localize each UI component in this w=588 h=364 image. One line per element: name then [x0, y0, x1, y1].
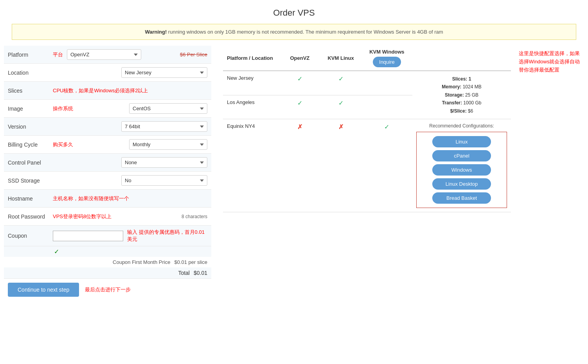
left-form: Platform 平台 OpenVZ KVM Linux KVM Windows… — [4, 46, 211, 301]
ssd-row: SSD Storage No Yes — [4, 172, 211, 190]
price-per-slice: $6 Per Slice — [180, 52, 207, 57]
aside-note: 这里是快捷配置选择，如果选择Windows就会选择自动替你选择最低配置 — [519, 50, 580, 74]
table-row: New Jersey ✓ ✓ Slices: 1 Memory: 1024 MB… — [223, 71, 511, 95]
openvz-nj: ✓ — [279, 71, 320, 95]
coupon-cn: 输入 提供的专属优惠码，首月0.01美元 — [127, 229, 207, 243]
slices-row: Slices CPU核数，如果是Windows必须选择2以上 — [4, 82, 211, 100]
location-equinix: Equinix NY4 — [223, 119, 279, 212]
col-kvm-windows: KVM Windows Inquire — [361, 46, 412, 71]
image-select[interactable]: CentOS Ubuntu Debian Windows — [129, 103, 207, 114]
specs-header — [412, 46, 511, 71]
coupon-checkmark: ✓ — [54, 248, 59, 255]
platform-row: Platform 平台 OpenVZ KVM Linux KVM Windows… — [4, 46, 211, 64]
continue-cn: 最后点击进行下一步 — [85, 286, 131, 293]
page-title: Order VPS — [0, 0, 588, 24]
coupon-checkmark-row: ✓ — [4, 246, 211, 257]
col-openvz: OpenVZ — [279, 46, 320, 71]
spec-memory-val: 1024 MB — [463, 84, 482, 90]
ssd-select[interactable]: No Yes — [121, 175, 207, 186]
total-row: Total $0.01 — [4, 267, 211, 279]
spec-transfer-label: Transfer: — [442, 100, 462, 106]
spec-per-slice-val: $6 — [468, 108, 473, 114]
location-los-angeles: Los Angeles — [223, 95, 279, 119]
rec-cpanel-btn[interactable]: cPanel — [432, 150, 491, 161]
kvm-windows-nj — [361, 71, 412, 95]
warning-text: running windows on only 1GB memory is no… — [167, 29, 443, 35]
pricing-table: Platform / Location OpenVZ KVM Linux KVM… — [223, 46, 511, 212]
coupon-price-row: Coupon First Month Price $0.01 per slice — [4, 257, 211, 267]
col-platform-location: Platform / Location — [223, 46, 279, 71]
right-panel: Platform / Location OpenVZ KVM Linux KVM… — [219, 46, 584, 301]
kvm-linux-eq: ✗ — [320, 119, 361, 212]
coupon-first-month-value: $0.01 per slice — [174, 259, 207, 265]
location-row: Location New Jersey Los Angeles Equinix … — [4, 64, 211, 82]
recommended-cell: Recommended Configurations: Linux cPanel… — [412, 119, 511, 212]
openvz-la: ✓ — [279, 95, 320, 119]
rec-linux-desktop-btn[interactable]: Linux Desktop — [432, 178, 491, 190]
coupon-first-month-label: Coupon First Month Price — [113, 259, 170, 265]
platform-label: Platform — [8, 52, 51, 58]
hostname-cn: 主机名称，如果没有随便填写一个 — [53, 195, 129, 202]
openvz-eq: ✗ — [279, 119, 320, 212]
rootpw-cn: VPS登录密码8位数字以上 — [53, 213, 111, 220]
image-label: Image — [8, 106, 51, 112]
spec-storage-val: 25 GB — [465, 92, 478, 98]
kvm-linux-nj: ✓ — [320, 71, 361, 95]
coupon-row: Coupon 输入 提供的专属优惠码，首月0.01美元 — [4, 226, 211, 246]
kvm-windows-la — [361, 95, 412, 119]
rec-windows-btn[interactable]: Windows — [432, 164, 491, 176]
billing-label: Billing Cycle — [8, 142, 51, 148]
location-select[interactable]: New Jersey Los Angeles Equinix NY4 — [121, 67, 207, 78]
platform-select[interactable]: OpenVZ KVM Linux KVM Windows — [67, 49, 141, 60]
billing-row: Billing Cycle 购买多久 Monthly Quarterly Sem… — [4, 136, 211, 154]
table-row: Equinix NY4 ✗ ✗ ✓ Recommended Configurat… — [223, 119, 511, 212]
aside-note-col: 这里是快捷配置选择，如果选择Windows就会选择自动替你选择最低配置 — [511, 46, 580, 74]
spec-transfer-val: 1000 Gb — [463, 100, 481, 106]
slices-cn: CPU核数，如果是Windows必须选择2以上 — [53, 87, 148, 94]
coupon-input[interactable] — [53, 231, 123, 241]
spec-memory-label: Memory: — [442, 84, 461, 90]
platform-cn: 平台 — [53, 51, 63, 58]
control-label: Control Panel — [8, 160, 51, 166]
continue-button[interactable]: Continue to next step — [8, 283, 79, 297]
rec-linux-btn[interactable]: Linux — [432, 136, 491, 147]
version-row: Version 7 64bit 6 64bit 6 32bit — [4, 118, 211, 136]
hostname-label: Hostname — [8, 195, 51, 202]
warning-box: Warning! running windows on only 1GB mem… — [12, 24, 576, 40]
recommended-box: Linux cPanel Windows Linux Desktop Bread… — [416, 132, 507, 208]
total-label: Total — [178, 270, 190, 276]
btn-row: Continue to next step 最后点击进行下一步 — [4, 279, 211, 301]
hostname-row: Hostname 主机名称，如果没有随便填写一个 — [4, 190, 211, 208]
version-label: Version — [8, 124, 51, 130]
kvm-linux-la: ✓ — [320, 95, 361, 119]
recommended-label: Recommended Configurations: — [416, 123, 507, 129]
kvm-windows-eq: ✓ — [361, 119, 412, 212]
image-row: Image 操作系统 CentOS Ubuntu Debian Windows — [4, 100, 211, 118]
spec-slices: Slices: 1 — [452, 76, 471, 82]
billing-select[interactable]: Monthly Quarterly Semi-Annually Annually — [129, 139, 207, 150]
image-cn: 操作系统 — [53, 105, 73, 112]
location-new-jersey: New Jersey — [223, 71, 279, 95]
main-content: Platform 平台 OpenVZ KVM Linux KVM Windows… — [0, 46, 588, 301]
slices-label: Slices — [8, 88, 51, 94]
chars-hint: 8 characters — [182, 214, 207, 219]
ssd-label: SSD Storage — [8, 178, 51, 184]
specs-cell: Slices: 1 Memory: 1024 MB Storage: 25 GB… — [412, 71, 511, 119]
billing-cn: 购买多久 — [53, 141, 73, 148]
rootpw-row: Root Password VPS登录密码8位数字以上 8 characters — [4, 208, 211, 226]
spec-storage-label: Storage: — [445, 92, 464, 98]
spec-per-slice-label: $/Slice: — [450, 108, 467, 114]
total-value: $0.01 — [194, 270, 207, 276]
control-select[interactable]: None cPanel Plesk — [121, 157, 207, 168]
version-select[interactable]: 7 64bit 6 64bit 6 32bit — [121, 121, 207, 132]
coupon-label: Coupon — [8, 233, 51, 239]
rootpw-label: Root Password — [8, 213, 51, 220]
warning-bold: Warning! — [145, 29, 167, 35]
location-label: Location — [8, 70, 51, 76]
control-panel-row: Control Panel None cPanel Plesk — [4, 154, 211, 172]
rec-bread-basket-btn[interactable]: Bread Basket — [432, 192, 491, 204]
inquire-button[interactable]: Inquire — [373, 57, 401, 67]
col-kvm-linux: KVM Linux — [320, 46, 361, 71]
